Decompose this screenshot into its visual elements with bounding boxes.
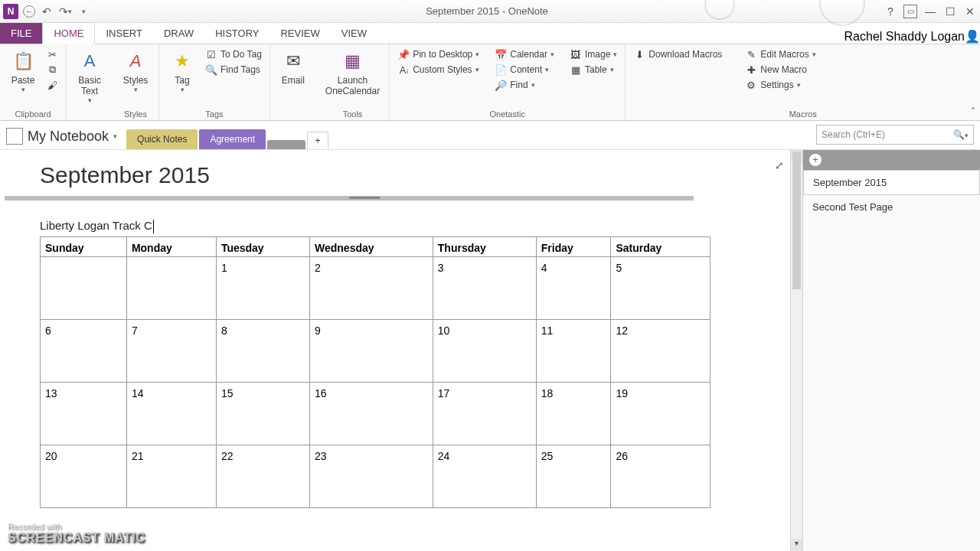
todo-tag-button[interactable]: ☑To Do Tag bbox=[204, 47, 263, 61]
find-menu-button[interactable]: 🔎Find▾ bbox=[493, 78, 556, 92]
page-title[interactable]: September 2015 bbox=[40, 162, 802, 188]
collapse-ribbon-icon[interactable]: ˄ bbox=[971, 106, 975, 117]
calendar-cell[interactable]: 23 bbox=[310, 445, 433, 508]
vertical-scrollbar[interactable]: ▴ ▾ bbox=[790, 150, 802, 551]
calendar-cell[interactable]: 11 bbox=[536, 320, 611, 383]
scroll-thumb[interactable] bbox=[792, 152, 801, 289]
minimize-icon[interactable]: — bbox=[923, 5, 937, 18]
calendar-header: Saturday bbox=[611, 237, 710, 257]
calendar-header: Sunday bbox=[41, 237, 127, 257]
section-tab[interactable]: Quick Notes bbox=[126, 129, 198, 149]
edit-macros-button[interactable]: ✎Edit Macros▾ bbox=[743, 47, 817, 61]
calendar-cell[interactable]: 1 bbox=[216, 257, 309, 320]
calendar-cell[interactable]: 21 bbox=[126, 445, 216, 508]
calendar-cell[interactable]: 19 bbox=[611, 383, 710, 445]
help-icon[interactable]: ? bbox=[884, 5, 897, 18]
calendar-cell[interactable]: 16 bbox=[310, 383, 433, 445]
group-tags: ★ Tag▾ ☑To Do Tag 🔍Find Tags Tags bbox=[159, 44, 270, 120]
new-macro-button[interactable]: ✚New Macro bbox=[743, 63, 817, 77]
page-canvas[interactable]: ⤢ September 2015 Liberty Logan Track C S… bbox=[0, 150, 802, 551]
calendar-cell[interactable]: 6 bbox=[41, 320, 127, 383]
calendar-cell[interactable]: 2 bbox=[310, 257, 433, 320]
copy-button[interactable]: ⧉ bbox=[44, 63, 60, 77]
calendar-cell[interactable] bbox=[41, 257, 127, 320]
download-macros-button[interactable]: ⬇Download Macros bbox=[632, 47, 724, 61]
calendar-cell[interactable]: 13 bbox=[41, 383, 127, 445]
calendar-caption[interactable]: Liberty Logan Track C bbox=[40, 219, 802, 233]
paste-button[interactable]: 📋 Paste ▾ bbox=[6, 47, 40, 95]
content-menu-button[interactable]: 📄Content▾ bbox=[493, 63, 556, 77]
calendar-cell[interactable]: 20 bbox=[41, 445, 127, 508]
notebook-selector[interactable]: My Notebook ▾ bbox=[6, 128, 117, 149]
tab-history[interactable]: HISTORY bbox=[204, 23, 270, 44]
find-tags-button[interactable]: 🔍Find Tags bbox=[204, 63, 263, 77]
calendar-cell[interactable]: 17 bbox=[433, 383, 536, 445]
calendar-cell[interactable]: 3 bbox=[433, 257, 536, 320]
add-section-button[interactable]: + bbox=[307, 132, 328, 149]
back-icon[interactable]: ← bbox=[23, 5, 35, 18]
tab-draw[interactable]: DRAW bbox=[153, 23, 204, 44]
add-page-button[interactable]: + bbox=[803, 150, 980, 170]
calendar-cell[interactable] bbox=[126, 257, 216, 320]
qat-customize-icon[interactable]: ▾ bbox=[77, 5, 90, 18]
tab-view[interactable]: VIEW bbox=[331, 23, 377, 44]
calendar-cell[interactable]: 5 bbox=[611, 257, 710, 320]
maximize-icon[interactable]: ☐ bbox=[943, 5, 957, 18]
calendar-cell[interactable]: 24 bbox=[433, 445, 536, 508]
calendar-cell[interactable]: 9 bbox=[310, 320, 433, 383]
new-macro-icon: ✚ bbox=[745, 64, 757, 76]
calendar-cell[interactable]: 4 bbox=[536, 257, 611, 320]
tab-home[interactable]: HOME bbox=[42, 22, 95, 44]
scroll-down-icon[interactable]: ▾ bbox=[791, 539, 802, 551]
format-painter-icon: 🖌 bbox=[46, 79, 58, 91]
full-page-view-icon[interactable]: ▭ bbox=[903, 5, 917, 18]
calendar-cell[interactable]: 14 bbox=[126, 383, 216, 445]
tab-review[interactable]: REVIEW bbox=[270, 23, 330, 44]
group-clipboard: 📋 Paste ▾ ✂ ⧉ 🖌 Clipboard bbox=[0, 44, 67, 120]
calendar-cell[interactable]: 26 bbox=[611, 445, 710, 508]
ribbon-tabs: FILE HOME INSERT DRAW HISTORY REVIEW VIE… bbox=[0, 23, 980, 44]
onenote-app-icon[interactable]: N bbox=[3, 4, 18, 19]
pin-to-desktop-button[interactable]: 📌Pin to Desktop▾ bbox=[396, 47, 481, 61]
copy-icon: ⧉ bbox=[46, 64, 58, 76]
table-menu-button[interactable]: ▦Table▾ bbox=[568, 63, 619, 77]
calendar-table[interactable]: SundayMondayTuesdayWednesdayThursdayFrid… bbox=[40, 236, 710, 508]
redo-icon[interactable]: ↷▾ bbox=[58, 5, 72, 18]
calendar-cell[interactable]: 8 bbox=[216, 320, 309, 383]
page-list-item[interactable]: September 2015 bbox=[803, 170, 980, 195]
calendar-cell[interactable]: 22 bbox=[216, 445, 309, 508]
calendar-cell[interactable]: 25 bbox=[536, 445, 611, 508]
close-icon[interactable]: ✕ bbox=[963, 5, 977, 18]
note-container-handle[interactable] bbox=[5, 196, 694, 201]
note-container[interactable]: Liberty Logan Track C SundayMondayTuesda… bbox=[40, 219, 802, 508]
section-tab[interactable]: Agreement bbox=[199, 129, 266, 149]
user-avatar-icon[interactable]: 👤 bbox=[965, 29, 980, 44]
calendar-menu-button[interactable]: 📅Calendar▾ bbox=[493, 47, 556, 61]
search-input[interactable]: Search (Ctrl+E) 🔍▾ bbox=[816, 125, 974, 145]
content-icon: 📄 bbox=[495, 64, 507, 76]
tab-file[interactable]: FILE bbox=[0, 23, 42, 44]
custom-styles-button[interactable]: AᵢCustom Styles▾ bbox=[396, 63, 481, 77]
tab-insert[interactable]: INSERT bbox=[95, 23, 152, 44]
calendar-cell[interactable]: 15 bbox=[216, 383, 309, 445]
image-menu-button[interactable]: 🖼Image▾ bbox=[568, 47, 619, 61]
quick-access-toolbar: N ← ↶ ↷▾ ▾ bbox=[3, 4, 90, 19]
launch-onecalendar-button[interactable]: ▦ Launch OneCalendar bbox=[322, 47, 383, 98]
group-title: Tags bbox=[165, 109, 263, 119]
cut-button[interactable]: ✂ bbox=[44, 47, 60, 61]
styles-button[interactable]: A Styles▾ bbox=[119, 47, 152, 95]
signed-in-user[interactable]: Rachel Shaddy Logan bbox=[844, 30, 965, 44]
settings-button[interactable]: ⚙Settings▾ bbox=[743, 78, 817, 92]
section-tab[interactable] bbox=[267, 140, 305, 149]
tag-button[interactable]: ★ Tag▾ bbox=[165, 47, 199, 95]
undo-icon[interactable]: ↶ bbox=[40, 5, 54, 18]
format-painter-button[interactable]: 🖌 bbox=[44, 78, 60, 92]
calendar-cell[interactable]: 18 bbox=[536, 383, 611, 445]
basic-text-button[interactable]: A Basic Text▾ bbox=[73, 47, 106, 106]
calendar-cell[interactable]: 12 bbox=[611, 320, 710, 383]
pin-icon: 📌 bbox=[397, 48, 410, 60]
calendar-cell[interactable]: 7 bbox=[126, 320, 216, 383]
calendar-cell[interactable]: 10 bbox=[433, 320, 536, 383]
email-button[interactable]: ✉ Email bbox=[276, 47, 310, 87]
page-list-item[interactable]: Second Test Page bbox=[803, 195, 980, 220]
